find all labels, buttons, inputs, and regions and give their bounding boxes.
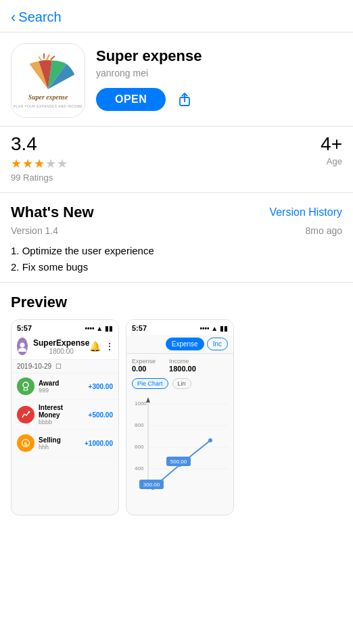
ss1-menu-icon: ⋮ bbox=[105, 341, 114, 352]
svg-text:300.00: 300.00 bbox=[143, 482, 160, 488]
app-icon: Super expense PLAN YOUR EXPENSES AND INC… bbox=[11, 43, 85, 118]
ss1-tx-interest-amount: +500.00 bbox=[89, 411, 113, 419]
ss2-line-chart: 1000 800 600 400 bbox=[129, 392, 231, 497]
ratings-section: 3.4 ★ ★ ★ ★ ★ 99 Ratings 4+ Age bbox=[0, 126, 353, 192]
app-title: Super expense bbox=[96, 47, 342, 65]
version-history-button[interactable]: Version History bbox=[269, 206, 342, 218]
svg-text:800: 800 bbox=[135, 422, 144, 428]
ss1-tx-selling-amount: +1000.00 bbox=[85, 440, 113, 447]
svg-text:1000: 1000 bbox=[135, 400, 147, 407]
ss1-tx-selling: $ Selling hhh +1000.00 bbox=[11, 430, 118, 457]
ss1-date: 2019-10-29 bbox=[17, 363, 51, 370]
svg-point-11 bbox=[23, 382, 28, 388]
screenshot-1: 5:57 •••• ▲ ▮▮ SuperExpense 1800.00 🔔 ⋮ bbox=[11, 319, 119, 515]
ss1-status-icons: •••• ▲ ▮▮ bbox=[85, 325, 113, 332]
ss1-app-amount: 1800.00 bbox=[33, 348, 89, 355]
note-1: 1. Optimize the user experience bbox=[11, 243, 342, 259]
ss2-statusbar: 5:57 •••• ▲ ▮▮ bbox=[126, 320, 233, 335]
open-button[interactable]: OPEN bbox=[96, 88, 166, 111]
whats-new-header: What's New Version History bbox=[11, 204, 342, 221]
age-label: Age bbox=[321, 156, 342, 166]
app-icon-svg: Super expense PLAN YOUR EXPENSES AND INC… bbox=[11, 43, 85, 118]
back-button[interactable]: ‹ Search bbox=[11, 9, 62, 25]
ss1-time: 5:57 bbox=[17, 324, 32, 332]
ss1-bell-icon: 🔔 bbox=[89, 341, 101, 352]
ss1-tx-interest: Interest Money bbbb +500.00 bbox=[11, 400, 118, 430]
ss1-tx-selling-name: Selling bbox=[39, 436, 80, 444]
ss1-tx-interest-info: Interest Money bbbb bbox=[39, 404, 85, 426]
whats-new-notes: 1. Optimize the user experience 2. Fix s… bbox=[11, 243, 342, 275]
ss1-tx-award-icon bbox=[17, 377, 34, 395]
ss1-tx-award-sub: 999 bbox=[39, 387, 85, 394]
ss1-topbar: SuperExpense 1800.00 🔔 ⋮ bbox=[11, 335, 118, 360]
ss1-calendar-icon: ☐ bbox=[55, 363, 62, 370]
ss2-pie-tab[interactable]: Pie Chart bbox=[132, 378, 168, 389]
ss1-user-icon bbox=[17, 341, 28, 352]
ss1-tx-selling-sub: hhh bbox=[39, 444, 80, 451]
ss2-tab-expense[interactable]: Expense bbox=[166, 338, 204, 350]
svg-point-9 bbox=[20, 343, 25, 348]
app-developer: yanrong mei bbox=[96, 68, 342, 78]
ss1-tx-award-info: Award 999 bbox=[39, 380, 85, 394]
ss2-chart-tabs: Pie Chart Lin bbox=[126, 375, 233, 392]
screenshot-2: 5:57 •••• ▲ ▮▮ Expense Inc Expense 0.00 … bbox=[126, 319, 234, 515]
svg-text:Super expense: Super expense bbox=[28, 93, 68, 101]
ss1-tx-award-amount: +300.00 bbox=[89, 383, 113, 390]
ss2-income-label: Income bbox=[169, 358, 196, 365]
age-value: 4+ bbox=[321, 133, 342, 155]
note-2: 2. Fix some bugs bbox=[11, 259, 342, 275]
ss2-income-value: 1800.00 bbox=[169, 365, 196, 373]
ss1-tx-award: Award 999 +300.00 bbox=[11, 373, 118, 400]
ss2-time: 5:57 bbox=[132, 324, 147, 332]
ss2-tabs: Expense Inc bbox=[126, 335, 233, 354]
rating-count: 99 Ratings bbox=[11, 172, 68, 183]
stars: ★ ★ ★ ★ ★ bbox=[11, 156, 68, 171]
app-actions: OPEN bbox=[96, 88, 342, 111]
ss1-avatar bbox=[17, 338, 28, 355]
preview-title: Preview bbox=[11, 294, 342, 311]
ss2-income-block: Income 1800.00 bbox=[169, 358, 196, 373]
share-button[interactable] bbox=[176, 91, 193, 108]
ss1-app-name: SuperExpense bbox=[33, 338, 89, 348]
star-3: ★ bbox=[34, 156, 45, 171]
ss1-tx-interest-name: Interest Money bbox=[39, 404, 85, 419]
preview-section: Preview 5:57 •••• ▲ ▮▮ SuperExpense 1800… bbox=[0, 282, 353, 522]
rating-left: 3.4 ★ ★ ★ ★ ★ 99 Ratings bbox=[11, 133, 68, 183]
ss2-expense-label: Expense bbox=[132, 358, 156, 365]
ss2-tab-income[interactable]: Inc bbox=[207, 338, 228, 350]
ss1-statusbar: 5:57 •••• ▲ ▮▮ bbox=[11, 320, 118, 335]
star-5-empty: ★ bbox=[57, 156, 68, 171]
dollar-icon: $ bbox=[21, 438, 30, 448]
star-4-empty: ★ bbox=[45, 156, 56, 171]
award-icon bbox=[21, 382, 30, 391]
back-label: Search bbox=[18, 9, 61, 25]
ss1-tx-interest-sub: bbbb bbox=[39, 419, 85, 426]
svg-point-30 bbox=[208, 438, 212, 442]
star-1: ★ bbox=[11, 156, 22, 171]
ss1-date-row: 2019-10-29 ☐ bbox=[11, 360, 118, 373]
ss1-tx-selling-info: Selling hhh bbox=[39, 436, 80, 451]
preview-screenshots: 5:57 •••• ▲ ▮▮ SuperExpense 1800.00 🔔 ⋮ bbox=[11, 319, 342, 515]
whats-new-title: What's New bbox=[11, 204, 94, 221]
ss2-line-tab[interactable]: Lin bbox=[172, 378, 191, 389]
svg-point-10 bbox=[18, 348, 26, 352]
ss1-app-name-wrap: SuperExpense 1800.00 bbox=[33, 338, 89, 355]
version-text: Version 1.4 bbox=[11, 225, 58, 236]
chart-icon bbox=[21, 410, 30, 419]
ss2-expense-value: 0.00 bbox=[132, 365, 156, 373]
ss1-tx-selling-icon: $ bbox=[17, 434, 34, 452]
svg-text:500.00: 500.00 bbox=[170, 459, 187, 465]
version-date: 8mo ago bbox=[306, 225, 342, 236]
svg-text:PLAN YOUR EXPENSES AND INCOME: PLAN YOUR EXPENSES AND INCOME bbox=[14, 105, 83, 108]
ss1-tx-interest-icon bbox=[17, 406, 34, 423]
svg-marker-27 bbox=[146, 397, 150, 402]
star-2: ★ bbox=[22, 156, 33, 171]
whats-new-section: What's New Version History Version 1.4 8… bbox=[0, 192, 353, 282]
header: ‹ Search bbox=[0, 0, 353, 32]
ss2-expense-block: Expense 0.00 bbox=[132, 358, 156, 373]
ss1-tx-award-name: Award bbox=[39, 380, 85, 387]
app-info-section: Super expense PLAN YOUR EXPENSES AND INC… bbox=[0, 32, 353, 126]
version-row: Version 1.4 8mo ago bbox=[11, 225, 342, 236]
ss2-amounts: Expense 0.00 Income 1800.00 bbox=[126, 354, 233, 375]
rating-score: 3.4 bbox=[11, 133, 68, 155]
